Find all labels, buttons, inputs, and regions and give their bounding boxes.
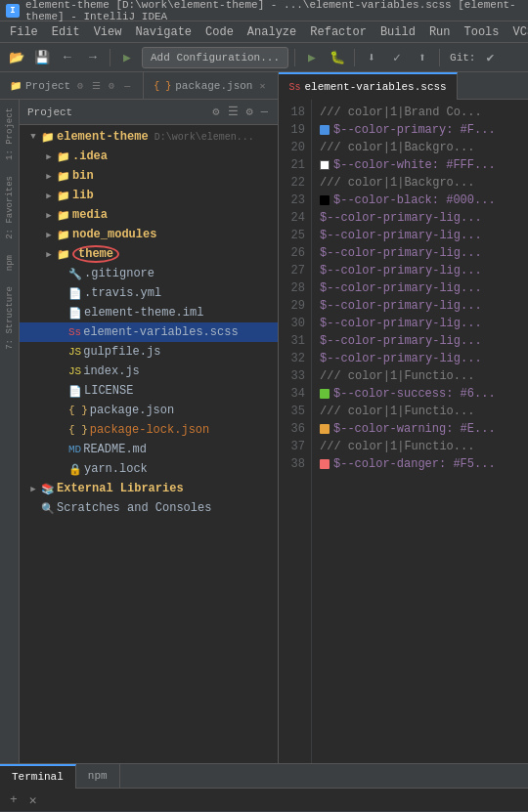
side-label-structure[interactable]: 7: Structure	[3, 278, 17, 358]
tree-node-modules-arrow: ▶	[43, 230, 55, 240]
code-line-19: $--color-primary: #F...	[320, 121, 520, 139]
tree-iml[interactable]: 📄 element-theme.iml	[20, 303, 278, 322]
project-tab[interactable]: 📁 Project ⚙ ☰ ⚙ —	[0, 72, 144, 100]
tree-gulpfile[interactable]: JS gulpfile.js	[20, 342, 278, 362]
element-variables-label: element-variables.scss	[304, 81, 446, 93]
code-text-34: $--color-success: #6...	[333, 385, 496, 403]
menu-build[interactable]: Build	[374, 23, 421, 41]
tree-lib[interactable]: ▶ 📁 lib	[20, 186, 278, 205]
panel-settings-icon[interactable]: ⚙	[244, 103, 255, 121]
tree-yarnlock[interactable]: 🔒 yarn.lock	[20, 459, 278, 479]
color-dot-38	[320, 459, 330, 469]
tree-indexjs[interactable]: JS index.js	[20, 362, 278, 381]
toolbar-separator-3	[354, 49, 355, 66]
code-text-26: $--color-primary-lig...	[320, 244, 482, 262]
side-label-npm[interactable]: npm	[3, 247, 17, 278]
side-label-favorites[interactable]: 2: Favorites	[3, 168, 17, 247]
tree-ext-libraries[interactable]: ▶ 📚 External Libraries	[20, 479, 278, 498]
project-tab-options[interactable]: ⚙	[106, 80, 117, 92]
tree-readme-label: README.md	[83, 443, 147, 456]
menu-run[interactable]: Run	[423, 23, 457, 41]
menu-navigate[interactable]: Navigate	[129, 23, 198, 41]
tree-license[interactable]: 📄 LICENSE	[20, 381, 278, 401]
window-title: element-theme [D:\work\element-theme] - …	[25, 0, 522, 22]
toolbar-commit-button[interactable]: ✓	[386, 47, 408, 68]
code-content: /// color|1|Brand Co... $--color-primary…	[312, 100, 528, 763]
menu-code[interactable]: Code	[199, 23, 240, 41]
app-icon: I	[6, 4, 20, 18]
tree-lib-arrow: ▶	[43, 191, 55, 201]
line-num-34: 34	[279, 385, 305, 403]
tree-theme-label: theme	[72, 245, 119, 263]
tree-travis-label: .travis.yml	[84, 286, 161, 300]
side-label-project[interactable]: 1: Project	[3, 100, 17, 168]
tree-travis[interactable]: 📄 .travis.yml	[20, 283, 278, 303]
tree-bin[interactable]: ▶ 📁 bin	[20, 166, 278, 186]
menu-view[interactable]: View	[88, 23, 128, 41]
run-button[interactable]: ▶	[301, 47, 323, 68]
menu-file[interactable]: File	[4, 23, 44, 41]
tab-terminal[interactable]: Terminal	[0, 764, 76, 789]
tree-idea-label: .idea	[72, 150, 108, 163]
toolbar-forward-button[interactable]: →	[82, 47, 104, 68]
tree-gitignore[interactable]: 🔧 .gitignore	[20, 264, 278, 283]
package-json-close[interactable]: ✕	[256, 80, 268, 92]
side-strip-left: 1: Project 2: Favorites npm 7: Structure	[0, 100, 20, 763]
menu-refactor[interactable]: Refactor	[304, 23, 373, 41]
debug-button[interactable]: 🐛	[327, 47, 348, 68]
code-line-21: $--color-white: #FFF...	[320, 156, 520, 174]
line-num-36: 36	[279, 420, 305, 438]
tab-package-json[interactable]: { } package.json ✕	[144, 72, 279, 100]
tree-media-icon: 📁	[57, 209, 70, 222]
toolbar-back-button[interactable]: ←	[57, 47, 78, 68]
tree-node-modules[interactable]: ▶ 📁 node_modules	[20, 225, 278, 244]
toolbar-save-button[interactable]: 💾	[31, 47, 53, 68]
add-configuration-button[interactable]: Add Configuration...	[142, 47, 288, 68]
editor-area: 18 19 20 21 22 23 24 25 26 27 28 29 30 3…	[279, 100, 528, 763]
menu-analyze[interactable]: Analyze	[242, 23, 302, 41]
package-json-icon: { }	[154, 81, 171, 92]
toolbar-push-button[interactable]: ⬆	[412, 47, 433, 68]
tree-scss-label: element-variables.scss	[83, 325, 238, 339]
tree-readme[interactable]: MD README.md	[20, 440, 278, 459]
menu-edit[interactable]: Edit	[46, 23, 86, 41]
panel-equalizer-icon[interactable]: ☰	[226, 103, 241, 121]
menu-vcs[interactable]: VCS	[507, 23, 528, 41]
project-tab-close[interactable]: —	[121, 80, 133, 92]
line-num-33: 33	[279, 367, 305, 385]
tree-packagejson[interactable]: { } package.json	[20, 401, 278, 420]
toolbar-open-button[interactable]: 📂	[6, 47, 27, 68]
tab-npm[interactable]: npm	[76, 764, 120, 789]
panel-minimize-icon[interactable]: —	[259, 104, 270, 121]
tree-scss[interactable]: Ss element-variables.scss	[20, 322, 278, 342]
tree-ext-label: External Libraries	[57, 482, 184, 495]
tree-idea[interactable]: ▶ 📁 .idea	[20, 147, 278, 166]
tree-root-arrow: ▼	[27, 132, 39, 142]
tree-root[interactable]: ▼ 📁 element-theme D:\work\elemen...	[20, 127, 278, 147]
toolbar-update-button[interactable]: ⬇	[361, 47, 382, 68]
color-dot-36	[320, 424, 330, 434]
tree-license-label: LICENSE	[84, 384, 133, 398]
terminal-close-button[interactable]: ✕	[25, 791, 41, 810]
tree-media[interactable]: ▶ 📁 media	[20, 205, 278, 225]
code-text-20: /// color|1|Backgro...	[320, 139, 474, 156]
terminal-add-button[interactable]: +	[6, 791, 22, 809]
tree-theme[interactable]: ▶ 📁 theme	[20, 244, 278, 264]
project-tab-equalizer[interactable]: ☰	[90, 80, 102, 92]
code-text-25: $--color-primary-lig...	[320, 227, 482, 244]
toolbar-run-config-button[interactable]: ▶	[116, 47, 138, 68]
code-text-29: $--color-primary-lig...	[320, 297, 482, 315]
tab-element-variables[interactable]: Ss element-variables.scss	[279, 72, 457, 100]
tree-license-icon: 📄	[68, 385, 82, 398]
line-num-20: 20	[279, 139, 305, 156]
tree-gitignore-icon: 🔧	[68, 268, 82, 280]
tree-scratches[interactable]: 🔍 Scratches and Consoles	[20, 498, 278, 518]
line-num-19: 19	[279, 121, 305, 139]
code-text-27: $--color-primary-lig...	[320, 262, 482, 279]
tree-packagelockjson-icon: { }	[68, 424, 88, 436]
project-tab-settings[interactable]: ⚙	[74, 80, 86, 92]
tree-root-path: D:\work\elemen...	[154, 132, 254, 143]
tree-packagelockjson[interactable]: { } package-lock.json	[20, 420, 278, 440]
panel-gear-icon[interactable]: ⚙	[210, 103, 221, 121]
menu-tools[interactable]: Tools	[459, 23, 506, 41]
